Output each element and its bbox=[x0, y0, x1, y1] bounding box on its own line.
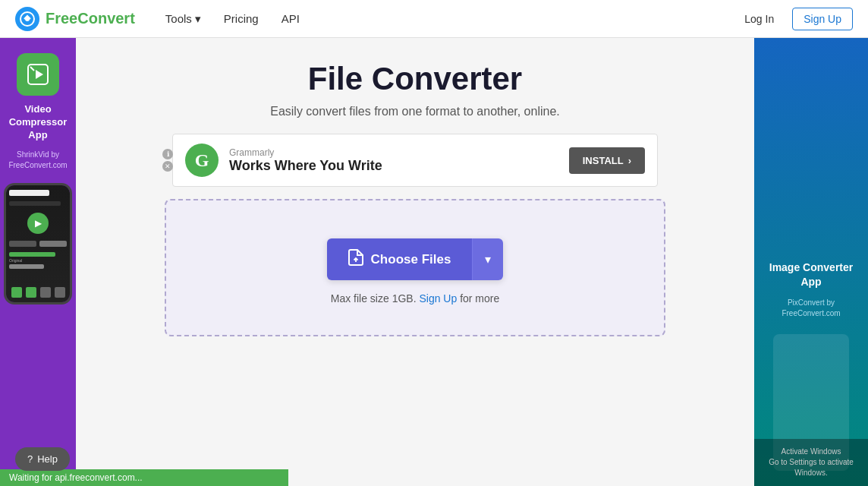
ad-tagline: Works Where You Write bbox=[229, 158, 569, 174]
activate-text-2: Go to Settings to activate Windows. bbox=[762, 457, 860, 478]
logo-icon bbox=[15, 7, 39, 31]
header-actions: Log In Sign Up bbox=[735, 8, 853, 30]
question-icon: ? bbox=[27, 453, 33, 465]
ad-close-icon[interactable]: ✕ bbox=[162, 161, 173, 172]
left-ad-icon bbox=[17, 53, 59, 96]
left-ad-subtitle: ShrinkVid by FreeConvert.com bbox=[8, 150, 68, 171]
activate-text-1: Activate Windows bbox=[762, 447, 860, 457]
upload-btn-wrapper: Choose Files ▾ bbox=[327, 238, 504, 280]
ad-banner-text: Grammarly Works Where You Write bbox=[229, 147, 569, 174]
page-title: File Converter bbox=[308, 61, 522, 97]
ad-close-icons: ℹ ✕ bbox=[162, 149, 173, 172]
ad-info-icon[interactable]: ℹ bbox=[162, 149, 173, 159]
help-button[interactable]: ? Help bbox=[15, 447, 70, 471]
ad-banner: ℹ ✕ G Grammarly Works Where You Write IN… bbox=[172, 134, 658, 187]
svg-point-1 bbox=[25, 17, 30, 21]
ad-install-button[interactable]: INSTALL › bbox=[569, 147, 645, 174]
right-ad-subtitle: PixConvert by FreeConvert.com bbox=[762, 298, 860, 319]
upload-hint: Max file size 1GB. Sign Up for more bbox=[331, 292, 500, 305]
status-bar: Waiting for api.freeconvert.com... bbox=[0, 469, 288, 486]
nav-api[interactable]: API bbox=[281, 12, 300, 25]
login-button[interactable]: Log In bbox=[735, 8, 783, 30]
choose-files-dropdown-button[interactable]: ▾ bbox=[472, 238, 503, 280]
phone-mockup: ▶ Original bbox=[4, 183, 72, 305]
header: FreeConvert Tools ▾ Pricing API Log In S… bbox=[0, 0, 868, 38]
signup-link[interactable]: Sign Up bbox=[419, 292, 457, 305]
ad-brand: Grammarly bbox=[229, 147, 569, 158]
nav-tools[interactable]: Tools ▾ bbox=[165, 12, 201, 26]
main-nav: Tools ▾ Pricing API bbox=[165, 12, 300, 26]
file-icon bbox=[348, 249, 363, 270]
left-ad-title: Video Compressor App bbox=[8, 103, 68, 142]
page-subtitle: Easily convert files from one format to … bbox=[270, 105, 560, 118]
svg-marker-3 bbox=[36, 70, 43, 79]
ad-banner-logo: G bbox=[185, 144, 219, 177]
logo-text: FreeConvert bbox=[46, 10, 135, 27]
signup-button[interactable]: Sign Up bbox=[792, 8, 853, 30]
chevron-down-icon: ▾ bbox=[195, 12, 201, 26]
right-ad-sidebar: Image Converter App PixConvert by FreeCo… bbox=[754, 38, 868, 486]
choose-files-button[interactable]: Choose Files bbox=[327, 238, 473, 280]
activate-windows-overlay: Activate Windows Go to Settings to activ… bbox=[754, 439, 868, 486]
main-content: File Converter Easily convert files from… bbox=[76, 38, 754, 486]
logo[interactable]: FreeConvert bbox=[15, 7, 135, 31]
left-ad-sidebar: Video Compressor App ShrinkVid by FreeCo… bbox=[0, 38, 76, 486]
right-ad-title: Image Converter App bbox=[762, 260, 860, 290]
main-layout: Video Compressor App ShrinkVid by FreeCo… bbox=[0, 38, 868, 486]
chevron-down-icon: ▾ bbox=[485, 253, 491, 266]
chevron-right-icon: › bbox=[628, 155, 631, 166]
status-text: Waiting for api.freeconvert.com... bbox=[9, 472, 143, 483]
svg-text:G: G bbox=[195, 150, 209, 170]
nav-pricing[interactable]: Pricing bbox=[224, 12, 259, 25]
upload-area: Choose Files ▾ Max file size 1GB. Sign U… bbox=[165, 199, 665, 336]
